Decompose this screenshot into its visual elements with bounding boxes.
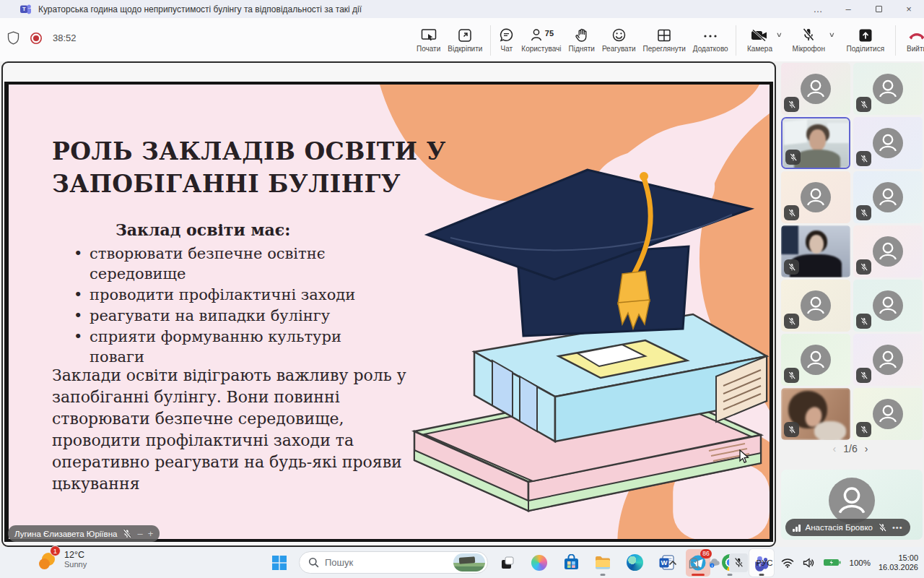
mic-button[interactable]: Мікрофон — [789, 24, 829, 54]
meeting-timer: 38:52 — [53, 33, 77, 43]
participant-tile[interactable] — [781, 63, 850, 115]
weather-condition: Sunny — [64, 560, 87, 569]
slide-bullet: проводити профілактичні заходи — [72, 285, 361, 305]
present-button[interactable]: Почати — [413, 24, 444, 54]
mic-muted-icon — [856, 314, 871, 329]
mic-muted-icon — [784, 368, 799, 383]
present-icon — [421, 25, 437, 43]
spotlight-participant-tile[interactable]: Анастасія Бровко ••• — [781, 470, 923, 540]
camera-options-chevron[interactable]: ∨ — [776, 31, 783, 38]
slide-bullet: сприяти формуванню культури поваги — [72, 327, 361, 367]
weather-temp: 12°C — [64, 550, 87, 560]
video-blur-shape — [809, 235, 824, 254]
zoom-in-icon[interactable]: + — [148, 525, 154, 542]
pop-out-icon — [458, 25, 472, 43]
more-options-button[interactable]: Додатково — [689, 24, 732, 54]
camera-button[interactable]: Камера — [744, 24, 776, 54]
mic-muted-icon — [856, 151, 871, 166]
paragraph-line: проводити профілактичні заходи та — [52, 430, 406, 452]
mic-options-chevron[interactable]: ∨ — [829, 31, 835, 38]
view-button[interactable]: Переглянути — [640, 24, 689, 54]
page-indicator: 1/6 — [843, 443, 857, 454]
shared-screen-region: РОЛЬ ЗАКЛАДІВ ОСВІТИ У ЗАПОБІГАННІ БУЛІН… — [1, 61, 776, 547]
cloud-tray-icon[interactable]: i — [708, 555, 721, 571]
participant-tile[interactable] — [853, 117, 923, 169]
battery-icon[interactable] — [823, 555, 842, 571]
thumbnail-shape — [459, 556, 476, 564]
maximize-button[interactable] — [863, 0, 894, 18]
participant-video-tile[interactable] — [781, 388, 850, 440]
zoom-out-icon[interactable]: – — [137, 525, 142, 542]
avatar — [801, 345, 831, 375]
copilot-icon — [531, 555, 547, 571]
mic-muted-icon — [856, 97, 871, 112]
avatar — [801, 182, 831, 212]
presentation-slide: РОЛЬ ЗАКЛАДІВ ОСВІТИ У ЗАПОБІГАННІ БУЛІН… — [9, 85, 770, 539]
avatar — [873, 290, 903, 321]
participant-video-tile[interactable] — [781, 117, 850, 169]
search-highlight-thumbnail[interactable] — [453, 553, 485, 571]
slide-title-line1: РОЛЬ ЗАКЛАДІВ ОСВІТИ У — [52, 135, 446, 168]
slide-title: РОЛЬ ЗАКЛАДІВ ОСВІТИ У ЗАПОБІГАННІ БУЛІН… — [52, 135, 446, 200]
file-explorer-button[interactable] — [590, 549, 615, 577]
participant-tile[interactable] — [853, 388, 923, 440]
next-page-icon[interactable]: › — [865, 443, 868, 454]
participant-video-tile[interactable] — [781, 225, 850, 277]
mic-muted-tray-icon[interactable] — [729, 553, 748, 572]
layout-grid-icon — [657, 25, 671, 43]
chat-button[interactable]: Чат — [495, 24, 518, 54]
mic-muted-icon — [784, 97, 799, 112]
participant-tile[interactable] — [853, 280, 923, 332]
avatar — [801, 290, 831, 321]
window-more-button[interactable]: … — [803, 0, 833, 18]
participant-tile[interactable] — [853, 334, 923, 386]
ellipsis-icon — [702, 25, 718, 43]
participant-tile[interactable] — [853, 225, 923, 277]
weather-widget[interactable]: 1 12°C Sunny — [38, 549, 87, 569]
slide-subheading: Заклад освіти має: — [116, 220, 290, 239]
mic-muted-icon — [856, 259, 871, 275]
search-bar[interactable]: Пошук — [299, 551, 488, 574]
participant-tile[interactable] — [781, 171, 850, 223]
participants-icon: 75 — [529, 25, 554, 43]
unpin-button[interactable]: Відкріпити — [444, 24, 486, 54]
share-screen-icon — [858, 25, 873, 43]
tile-more-icon[interactable]: ••• — [892, 519, 903, 536]
share-button[interactable]: Поділитися — [843, 24, 889, 54]
windows-taskbar: 1 12°C Sunny Пошук — [0, 547, 924, 578]
store-button[interactable] — [559, 549, 583, 577]
minimize-button[interactable]: – — [833, 0, 863, 18]
leave-button[interactable]: Вийти — [903, 24, 924, 54]
close-button[interactable]: × — [894, 0, 924, 18]
avatar — [873, 345, 903, 375]
participants-count: 75 — [545, 29, 554, 38]
wifi-icon[interactable] — [781, 555, 794, 571]
task-view-icon — [500, 555, 515, 571]
clock[interactable]: 15:00 16.03.2026 — [879, 553, 918, 572]
copilot-button[interactable] — [527, 549, 552, 577]
search-placeholder: Пошук — [325, 557, 448, 568]
presentation-stage: РОЛЬ ЗАКЛАДІВ ОСВІТИ У ЗАПОБІГАННІ БУЛІН… — [4, 82, 773, 542]
window-titlebar: T Кураторська година щодо неприпустимост… — [0, 0, 924, 18]
slide-bullet: реагувати на випадки булінгу — [72, 306, 361, 326]
raise-hand-button[interactable]: Підняти — [565, 24, 598, 54]
participants-button[interactable]: 75 Користувачі — [518, 24, 565, 54]
participants-sidebar: ‹1/6› Анастасія Бровко ••• — [780, 61, 924, 547]
speaker-icon[interactable] — [802, 555, 815, 571]
task-view-button[interactable] — [495, 549, 520, 577]
participant-tile[interactable] — [853, 63, 923, 115]
participant-tile[interactable] — [853, 171, 923, 223]
start-button[interactable] — [267, 549, 292, 577]
edge-button[interactable] — [622, 549, 647, 577]
paragraph-line: цькування — [52, 473, 406, 495]
tray-app-icon[interactable] — [687, 555, 700, 571]
participant-tile[interactable] — [781, 334, 850, 386]
gallery-pagination: ‹1/6› — [780, 443, 921, 454]
language-indicator[interactable]: РУС — [756, 558, 772, 567]
presenter-name-pill[interactable]: Лугина Єлизавета Юріївна – + — [8, 525, 160, 542]
prev-page-icon[interactable]: ‹ — [833, 443, 837, 454]
participant-tile[interactable] — [781, 280, 850, 332]
react-button[interactable]: Реагувати — [598, 24, 640, 54]
hidden-icons-chevron[interactable] — [666, 555, 679, 571]
svg-text:T: T — [22, 6, 26, 12]
